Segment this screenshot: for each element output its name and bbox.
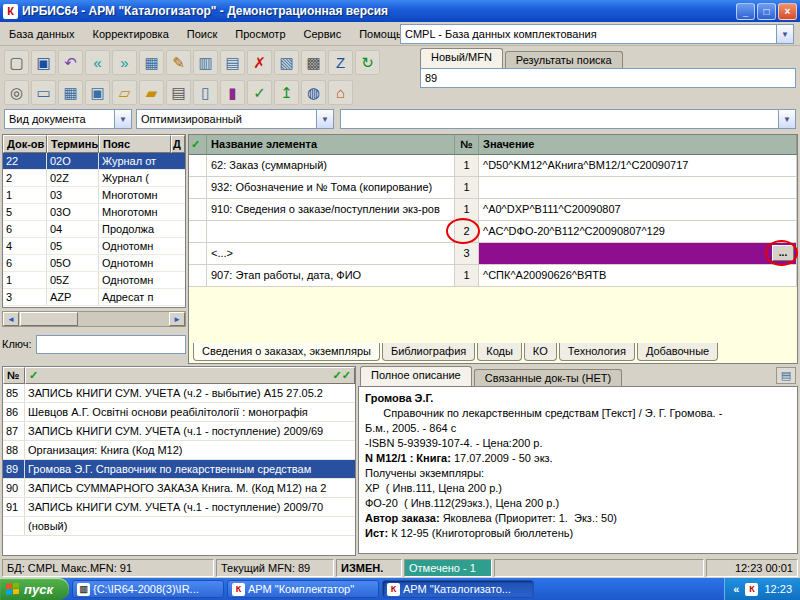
menu-item[interactable]: Корректировка	[84, 24, 178, 44]
scroll-right-icon[interactable]: ►	[169, 312, 185, 326]
column-header-extra[interactable]: Д	[171, 135, 185, 153]
field-name-cell[interactable]: 932: Обозначение и № Тома (копирование)	[207, 177, 455, 198]
view-icon[interactable]: ◎	[4, 80, 29, 105]
mfn-input[interactable]	[420, 68, 796, 88]
folder-open-icon[interactable]: ▱	[112, 80, 137, 105]
sort-z-icon[interactable]: Z	[328, 50, 353, 75]
term-row[interactable]: 4 05 Однотомн	[3, 238, 185, 255]
term-row[interactable]: 22 02O Журнал от	[3, 153, 185, 170]
delete-record-icon[interactable]: ✗	[247, 50, 272, 75]
window-titlebar[interactable]: К ИРБИС64 - АРМ "Каталогизатор" - Демонс…	[0, 0, 800, 22]
worksheet-tab[interactable]: Библиография	[382, 343, 475, 361]
menu-item[interactable]: Сервис	[295, 24, 351, 44]
field-name-cell[interactable]: 907: Этап работы, дата, ФИО	[207, 265, 455, 286]
field-row[interactable]: 932: Обозначение и № Тома (копирование) …	[189, 177, 797, 199]
expand-value-button[interactable]: ...	[772, 245, 794, 261]
field-check-cell[interactable]	[189, 155, 207, 176]
terms-hscrollbar[interactable]: ◄ ►	[2, 311, 186, 327]
undo-icon[interactable]: ↶	[58, 50, 83, 75]
field-value-cell[interactable]: ^AC^DФО-20^B112^C20090807^129	[479, 221, 797, 242]
record-tab[interactable]: Результаты поиска	[505, 51, 623, 68]
worksheet-tab[interactable]: КО	[524, 343, 557, 361]
record-tab[interactable]: Новый/MFN	[420, 48, 503, 68]
field-check-cell[interactable]	[189, 221, 207, 242]
export-icon[interactable]: ↥	[274, 80, 299, 105]
field-row[interactable]: 2 ^AC^DФО-20^B112^C20090807^129	[189, 221, 797, 243]
field-value-cell[interactable]: ^A0^DXP^B111^C20090807	[479, 199, 797, 220]
tray-chevron-icon[interactable]: «	[733, 583, 739, 595]
calculator-icon[interactable]: ▩	[301, 50, 326, 75]
field-name-cell[interactable]: <...>	[207, 243, 455, 264]
database-select[interactable]: CMPL - База данных комплектования ▼	[400, 24, 794, 44]
print-icon[interactable]: ▤	[166, 80, 191, 105]
record-row[interactable]: 85 ЗАПИСЬ КНИГИ СУМ. УЧЕТА (ч.2 - выбыти…	[3, 384, 355, 403]
field-check-cell[interactable]	[189, 243, 207, 264]
description-tab[interactable]: Связанные док-ты (НЕТ)	[474, 369, 622, 386]
form-icon[interactable]: ▭	[31, 80, 56, 105]
column-header-occurrence[interactable]: №	[455, 135, 479, 155]
term-row[interactable]: 1 03 Многотомн	[3, 187, 185, 204]
menu-item[interactable]: Просмотр	[226, 24, 294, 44]
field-name-cell[interactable]	[207, 221, 455, 242]
menu-item[interactable]: База данных	[0, 24, 84, 44]
document-icon[interactable]: ▯	[193, 80, 218, 105]
copy-record-icon[interactable]: ▥	[193, 50, 218, 75]
field-value-cell[interactable]: ^СПК^A20090626^BЯТВ	[479, 265, 797, 286]
table-icon[interactable]: ▧	[274, 50, 299, 75]
worksheet-tab[interactable]: Коды	[477, 343, 522, 361]
spreadsheet-icon[interactable]: ▤	[220, 50, 245, 75]
record-row[interactable]: 90 ЗАПИСЬ СУММАРНОГО ЗАКАЗА Книга. М. (К…	[3, 479, 355, 498]
field-row[interactable]: <...> 3 ...	[189, 243, 797, 265]
format-select[interactable]: Оптимизированный ▼	[136, 109, 334, 129]
field-occurrence-cell[interactable]: 1	[455, 155, 479, 176]
record-row[interactable]: 86 Шевцов А.Г. Освітні основи реабілітол…	[3, 403, 355, 422]
dropdown-arrow-icon[interactable]: ▼	[778, 110, 795, 128]
field-check-cell[interactable]	[189, 265, 207, 286]
term-row[interactable]: 1 05Z Однотомн	[3, 272, 185, 289]
field-value-cell[interactable]: ...	[479, 243, 797, 264]
scroll-left-icon[interactable]: ◄	[3, 312, 19, 326]
taskbar-window-console[interactable]: ▥ {C:\IR64-2008(3)\IR...	[72, 580, 224, 598]
folder-icon[interactable]: ▰	[139, 80, 164, 105]
term-row[interactable]: 6 05O Однотомн	[3, 255, 185, 272]
field-occurrence-cell[interactable]: 3	[455, 243, 479, 264]
menu-item[interactable]: Поиск	[178, 24, 226, 44]
report-icon[interactable]: ▮	[220, 80, 245, 105]
record-row[interactable]: (новый)	[3, 517, 355, 536]
field-occurrence-cell[interactable]: 2	[455, 221, 479, 242]
field-check-cell[interactable]	[189, 199, 207, 220]
irbis-tray-icon[interactable]: К	[745, 583, 758, 596]
field-row[interactable]: 907: Этап работы, дата, ФИО 1 ^СПК^A2009…	[189, 265, 797, 287]
refresh-icon[interactable]: ↻	[355, 50, 380, 75]
save-icon[interactable]: ▣	[31, 50, 56, 75]
globe-icon[interactable]: ◍	[301, 80, 326, 105]
field-occurrence-cell[interactable]: 1	[455, 265, 479, 286]
field-name-cell[interactable]: 62: Заказ (суммарный)	[207, 155, 455, 176]
term-row[interactable]: 2 02Z Журнал (	[3, 170, 185, 187]
column-header-element-name[interactable]: Название элемента	[207, 135, 455, 155]
start-button[interactable]: пуск	[0, 578, 69, 600]
worksheet-tab[interactable]: Технология	[559, 343, 635, 361]
field-value-cell[interactable]	[479, 177, 797, 198]
field-value-cell[interactable]: ^D50^KM12^AКнига^BM12/1^C20090717	[479, 155, 797, 176]
close-button[interactable]: ×	[778, 3, 797, 20]
column-header-docs[interactable]: Док-ов	[3, 135, 47, 153]
description-tab[interactable]: Полное описание	[360, 366, 472, 386]
column-header-terms[interactable]: Термины	[47, 135, 99, 153]
field-occurrence-cell[interactable]: 1	[455, 199, 479, 220]
column-header-mfn[interactable]: №	[3, 367, 25, 384]
document-view-select[interactable]: Вид документа ▼	[4, 109, 132, 129]
checklist-icon[interactable]: ✓	[247, 80, 272, 105]
column-header-area[interactable]: Пояс	[99, 135, 171, 153]
field-check-cell[interactable]	[189, 177, 207, 198]
record-row[interactable]: 89 Громова Э.Г. Справочник по лекарствен…	[3, 460, 355, 479]
field-name-cell[interactable]: 910: Сведения о заказе/поступлении экз-р…	[207, 199, 455, 220]
taskbar-window-katalogizator[interactable]: К АРМ "Каталогизато...	[382, 580, 534, 598]
worksheet-tab[interactable]: Добавочные	[637, 343, 718, 361]
new-record-icon[interactable]: ▢	[4, 50, 29, 75]
dropdown-arrow-icon[interactable]: ▼	[316, 110, 333, 128]
field-row[interactable]: 910: Сведения о заказе/поступлении экз-р…	[189, 199, 797, 221]
record-row[interactable]: 87 ЗАПИСЬ КНИГИ СУМ. УЧЕТА (ч.1 - поступ…	[3, 422, 355, 441]
prev-record-icon[interactable]: «	[85, 50, 110, 75]
record-row[interactable]: 88 Организация: Книга (Код М12)	[3, 441, 355, 460]
